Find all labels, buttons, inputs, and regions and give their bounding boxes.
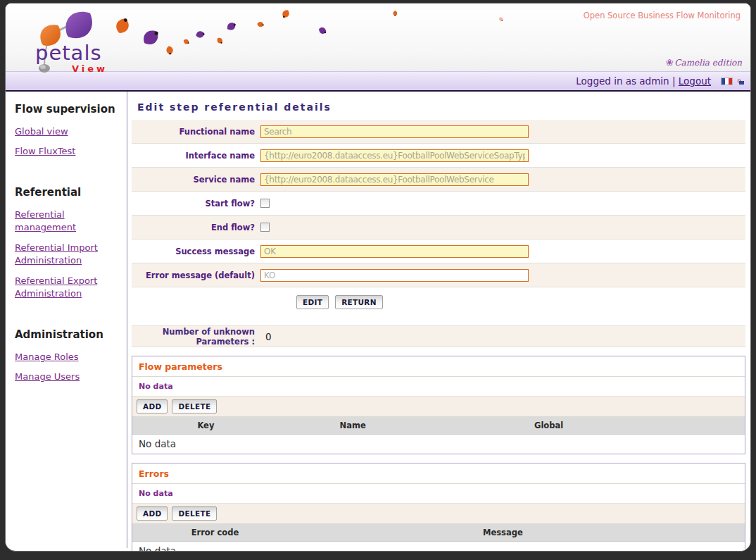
unknown-parameters-label: Number of unknown Parameters : [132,327,260,347]
sidebar-item-global-view[interactable]: Global view [15,125,120,138]
petal-decoration-icon [225,20,238,33]
petal-decoration-icon [182,38,189,45]
petal-decoration-icon [256,20,265,30]
logout-link[interactable]: Logout [679,75,711,87]
form-row-interface-name: Interface name [132,144,745,168]
french-flag-icon[interactable] [721,77,733,85]
flow-parameters-title: Flow parameters [132,356,745,377]
form-row-service-name: Service name [132,168,745,192]
column-header-message: Message [298,528,708,537]
petals-logo: petals View [21,7,137,74]
flow-parameters-box: Flow parameters No data ADD DELETE Key N… [132,356,745,454]
form-row-start-flow: Start flow? [132,192,745,216]
logo-brand-text: petals [35,41,102,65]
app-header: petals View Open Source Business Flow Mo… [6,4,750,71]
start-flow-label: Start flow? [132,199,260,209]
service-name-label: Service name [132,175,260,185]
petal-decoration-icon [141,27,162,49]
errors-actions: ADD DELETE [132,504,745,524]
column-header-global: Global [427,421,672,430]
petal-decoration-icon [215,37,224,45]
flow-parameters-add-button[interactable]: ADD [137,399,168,413]
edition-label: ❀ Camelia edition [665,57,742,68]
errors-table-header: Error code Message [132,524,745,542]
petal-decoration-icon [317,26,327,36]
flow-parameters-nodata-badge: No data [132,377,745,397]
flow-parameters-table-header: Key Name Global [132,417,745,435]
language-switcher [721,77,741,85]
errors-add-button[interactable]: ADD [137,506,168,521]
service-name-input[interactable] [260,173,529,186]
column-header-name: Name [279,421,427,430]
app-window: petals View Open Source Business Flow Mo… [5,3,751,552]
flow-parameters-actions: ADD DELETE [132,397,745,417]
errors-empty-row: No data [132,542,745,552]
interface-name-input[interactable] [260,149,529,162]
end-flow-checkbox[interactable] [260,223,270,232]
main-panel: Edit step referential details Functional… [127,92,750,548]
sidebar-heading-administration: Administration [15,328,120,341]
sidebar-item-manage-users[interactable]: Manage Users [15,371,120,383]
form-row-functional-name: Functional name [132,120,745,144]
success-message-label: Success message [132,247,260,256]
errors-nodata-badge: No data [132,484,745,504]
sidebar-item-referential-management[interactable]: Referential management [15,209,120,235]
edition-text: Camelia edition [674,58,742,68]
column-header-key: Key [132,421,279,430]
form-row-error-message: Error message (default) [132,263,745,287]
functional-name-input[interactable] [260,125,529,138]
login-bar: Logged in as admin | Logout [6,71,750,92]
browser-frame: petals View Open Source Business Flow Mo… [0,0,756,560]
tagline: Open Source Business Flow Monitoring [584,11,741,20]
form-row-success-message: Success message [132,239,745,263]
sidebar-item-manage-roles[interactable]: Manage Roles [15,351,120,363]
column-header-spacer [708,528,745,537]
column-header-spacer [672,421,745,430]
petal-decoration-icon [280,8,291,19]
petal-decoration-icon [163,44,175,56]
flow-parameters-empty-row: No data [132,435,745,454]
errors-title: Errors [132,463,745,484]
error-message-label: Error message (default) [132,270,260,280]
us-flag-icon[interactable] [738,80,741,82]
edit-button[interactable]: EDIT [296,295,329,309]
start-flow-checkbox[interactable] [260,199,270,208]
flow-parameters-delete-button[interactable]: DELETE [172,399,217,413]
logged-in-text: Logged in as admin | Logout [576,75,711,87]
sidebar-item-referential-export[interactable]: Referential Export Administration [15,275,120,301]
error-message-input[interactable] [260,269,529,282]
logo-view-text: View [72,63,108,74]
page-title: Edit step referential details [137,101,745,113]
petal-decoration-icon [498,16,503,22]
sidebar-heading-flow-supervision: Flow supervision [15,103,120,116]
end-flow-label: End flow? [132,223,260,232]
sidebar-item-flow-fluxtest[interactable]: Flow FluxTest [15,145,120,158]
content-area: Flow supervision Global view Flow FluxTe… [6,92,750,548]
errors-delete-button[interactable]: DELETE [172,506,217,521]
unknown-parameters-value: 0 [265,331,272,342]
column-header-error-code: Error code [132,528,298,537]
petal-decoration-icon [391,9,398,17]
camelia-flower-icon: ❀ [665,57,673,68]
edit-step-form: Functional name Interface name Service n… [132,120,745,318]
interface-name-label: Interface name [132,151,260,161]
unknown-parameters-row: Number of unknown Parameters : 0 [132,325,745,347]
sidebar-heading-referential: Referential [15,186,120,199]
sidebar: Flow supervision Global view Flow FluxTe… [6,92,127,548]
functional-name-label: Functional name [132,127,260,137]
form-row-end-flow: End flow? [132,216,745,239]
errors-box: Errors No data ADD DELETE Error code Mes… [132,463,745,552]
form-actions: EDIT RETURN [132,287,745,318]
return-button[interactable]: RETURN [335,295,383,309]
sidebar-item-referential-import[interactable]: Referential Import Administration [15,242,120,268]
petal-decoration-icon [194,28,206,41]
success-message-input[interactable] [260,245,529,258]
